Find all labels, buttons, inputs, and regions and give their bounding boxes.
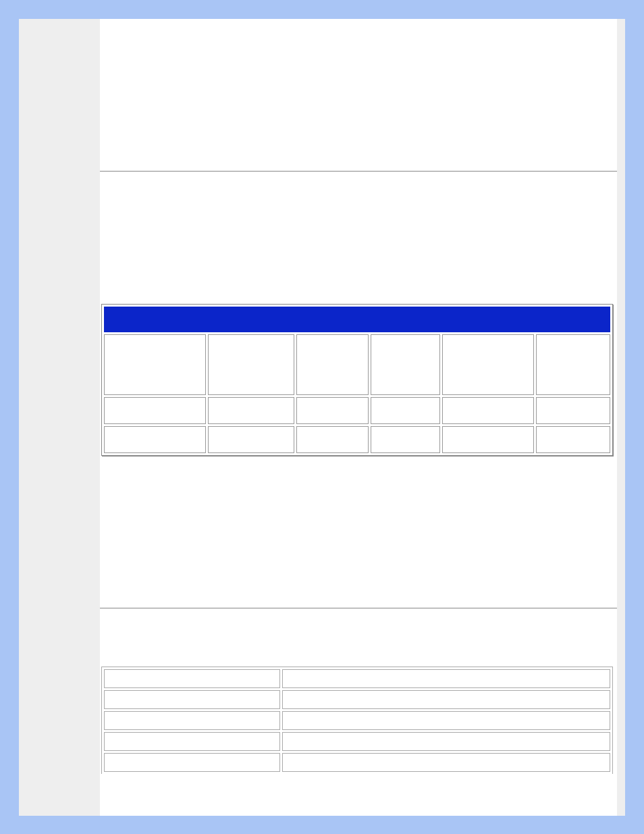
table-cell (442, 334, 534, 395)
section-divider-1 (100, 171, 617, 172)
page-container (19, 19, 625, 816)
table-row (104, 426, 610, 453)
table-cell (104, 334, 206, 395)
table-cell (104, 753, 280, 772)
table-cell (371, 334, 440, 395)
sidebar (19, 19, 100, 816)
table-row (104, 669, 610, 688)
table-row (104, 334, 610, 395)
table-row (104, 732, 610, 751)
table-cell (371, 426, 440, 453)
table2-container (100, 667, 617, 774)
section-divider-2 (100, 608, 617, 608)
table-row (104, 753, 610, 772)
table-row (104, 690, 610, 709)
right-margin (617, 19, 625, 816)
table-cell (296, 397, 369, 424)
data-table-2 (101, 667, 613, 774)
table-cell (104, 690, 280, 709)
table-cell (442, 426, 534, 453)
table-row (104, 397, 610, 424)
table-cell (282, 690, 610, 709)
table-cell (104, 711, 280, 730)
table-cell (296, 426, 369, 453)
table-cell (282, 732, 610, 751)
table-cell (536, 334, 610, 395)
table1-header (104, 307, 610, 332)
table-cell (104, 397, 206, 424)
table-cell (296, 334, 369, 395)
table-cell (371, 397, 440, 424)
table-cell (536, 397, 610, 424)
main-content (100, 19, 617, 816)
table-cell (282, 669, 610, 688)
data-table-1 (101, 304, 613, 456)
table-cell (442, 397, 534, 424)
table-row (104, 711, 610, 730)
table-cell (208, 426, 295, 453)
table-cell (104, 732, 280, 751)
table-cell (104, 669, 280, 688)
table-cell (208, 397, 295, 424)
table-cell (282, 711, 610, 730)
table-cell (536, 426, 610, 453)
table-cell (282, 753, 610, 772)
table-cell (104, 426, 206, 453)
table1-container (100, 304, 617, 456)
table-cell (208, 334, 295, 395)
